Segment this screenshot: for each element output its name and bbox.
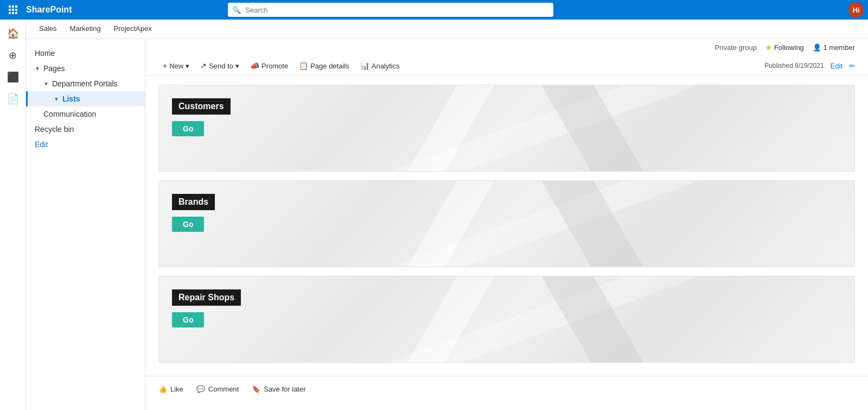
topbar: SharePoint 🔍 Hi [0,0,868,20]
avatar[interactable]: Hi [848,2,864,17]
promote-button[interactable]: 📣 Promote [246,59,292,72]
lists-chevron: ▼ [54,96,59,102]
pages-chevron: ▼ [35,66,40,72]
send-icon: ↗ [200,61,207,70]
save-button[interactable]: 🔖 Save for later [252,385,305,393]
comment-label: Comment [208,385,239,393]
command-bar: + New ▾ ↗ Send to ▾ 📣 Promote 📋 Page det… [145,56,868,76]
send-to-label: Send to [209,62,233,70]
lists-label: Lists [62,94,80,103]
svg-rect-3 [9,9,11,11]
repair-shops-card: Repair Shops Go [158,276,855,363]
dept-chevron: ▼ [43,81,49,87]
suitebar: Sales Marketing ProjectApex [26,20,868,39]
site-header-bar: Private group ★ Following 👤 1 member [145,39,868,56]
repair-shops-go-button[interactable]: Go [172,312,204,327]
app-logo: SharePoint [26,5,72,15]
plus-icon: + [163,61,167,70]
like-button[interactable]: 👍 Like [158,385,183,393]
home-icon[interactable]: 🏠 [3,24,23,43]
cards-area: Customers Go Brands Go Repair Shops Go [145,76,868,371]
members-icon: 👤 [813,43,821,52]
doc-icon[interactable]: 📄 [3,89,23,109]
new-button[interactable]: + New ▾ [158,59,194,72]
left-rail: 🏠 ⊕ ⬛ 📄 [0,20,26,410]
search-input[interactable] [228,3,553,17]
svg-rect-6 [9,12,11,14]
pages-label: Pages [43,64,65,73]
nav-recycle-bin[interactable]: Recycle bin [26,122,145,137]
svg-rect-1 [12,5,14,8]
analytics-button[interactable]: 📊 Analytics [356,59,404,72]
main-content: Private group ★ Following 👤 1 member + N… [145,39,868,410]
repair-shops-card-content: Repair Shops Go [159,276,854,340]
send-chevron-icon: ▾ [235,62,239,70]
site-nav: Home ▼ Pages ▼ Department Portals ▼ List… [26,39,145,410]
new-label: New [169,62,183,70]
star-icon: ★ [765,43,772,52]
svg-rect-4 [12,9,14,11]
members-label: 1 member [823,43,855,52]
promote-icon: 📣 [250,61,259,70]
svg-rect-0 [9,5,11,8]
save-icon: 🔖 [252,385,260,393]
add-icon[interactable]: ⊕ [3,46,23,65]
comment-icon: 💬 [196,385,205,393]
dept-label: Department Portals [52,79,118,88]
details-icon: 📋 [299,61,308,70]
customers-go-button[interactable]: Go [172,121,204,136]
group-type-label: Private group [715,43,757,52]
brands-go-button[interactable]: Go [172,217,204,232]
customers-title: Customers [172,98,231,115]
svg-rect-8 [15,12,17,14]
nav-pages[interactable]: ▼ Pages [26,61,145,76]
waffle-menu[interactable] [0,0,26,20]
brands-card: Brands Go [158,180,855,267]
customers-card-content: Customers Go [159,85,854,149]
new-chevron-icon: ▾ [186,62,189,70]
send-to-button[interactable]: ↗ Send to ▾ [196,59,244,72]
topbar-right: Hi [848,2,868,17]
page-details-button[interactable]: 📋 Page details [295,59,354,72]
nav-communication[interactable]: Communication [26,106,145,122]
repair-shops-title: Repair Shops [172,289,241,306]
nav-department-portals[interactable]: ▼ Department Portals [26,76,145,91]
tab-marketing[interactable]: Marketing [63,20,107,39]
following-label: Following [774,43,804,52]
tab-projectapex[interactable]: ProjectApex [107,20,158,39]
save-label: Save for later [264,385,305,393]
svg-rect-2 [15,5,17,8]
layers-icon[interactable]: ⬛ [3,67,23,87]
analytics-label: Analytics [372,62,400,70]
published-label: Published 8/19/2021 [764,62,824,70]
brands-title: Brands [172,194,215,210]
tab-sales[interactable]: Sales [33,20,63,39]
nav-edit[interactable]: Edit [26,137,145,152]
published-info: Published 8/19/2021 Edit ✏ [764,62,855,70]
analytics-icon: 📊 [360,61,369,70]
nav-lists[interactable]: ▼ Lists [26,91,145,106]
members-link[interactable]: 👤 1 member [813,43,855,52]
brands-card-content: Brands Go [159,181,854,245]
customers-card: Customers Go [158,85,855,172]
page-details-label: Page details [310,62,349,70]
nav-home[interactable]: Home [26,46,145,61]
search-container: 🔍 [228,3,553,17]
following-button[interactable]: ★ Following [765,43,804,52]
bottom-actions: 👍 Like 💬 Comment 🔖 Save for later [145,376,868,402]
promote-label: Promote [261,62,288,70]
comment-button[interactable]: 💬 Comment [196,385,239,393]
svg-rect-7 [12,12,14,14]
svg-rect-5 [15,9,17,11]
edit-icon-button[interactable]: ✏ [849,62,855,70]
like-icon: 👍 [158,385,167,393]
edit-button[interactable]: Edit [831,62,843,70]
like-label: Like [170,385,183,393]
